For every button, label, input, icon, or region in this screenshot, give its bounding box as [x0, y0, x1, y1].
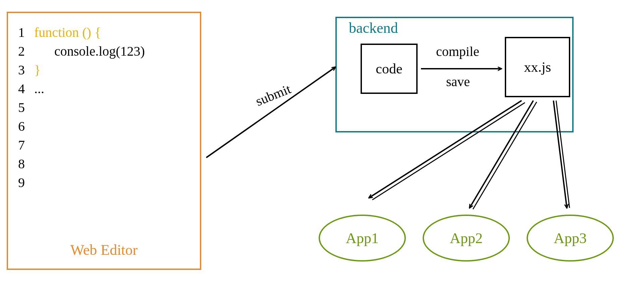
- line-number: 3: [18, 61, 34, 79]
- app-node-2: App2: [423, 215, 510, 262]
- app-label: App3: [554, 230, 587, 247]
- arrow-submit: [206, 67, 335, 158]
- backend-title: backend: [349, 19, 398, 37]
- line-number: 2: [18, 42, 34, 61]
- code-line-9: 9: [18, 173, 190, 192]
- output-node: xx.js: [505, 37, 570, 97]
- web-editor-panel: 1 function () { 2 console.log(123) 3 } 4…: [7, 12, 201, 270]
- code-line-8: 8: [18, 155, 190, 173]
- code-text: function () {: [34, 23, 101, 42]
- code-text: }: [34, 61, 41, 79]
- app-node-3: App3: [527, 215, 614, 262]
- code-line-2: 2 console.log(123): [18, 42, 190, 61]
- code-node-label: code: [376, 61, 402, 77]
- app-label: App1: [346, 230, 379, 247]
- code-node: code: [361, 44, 418, 94]
- line-number: 6: [18, 117, 34, 136]
- line-number: 8: [18, 155, 34, 173]
- app-node-1: App1: [319, 215, 406, 262]
- output-node-label: xx.js: [524, 59, 551, 75]
- compile-label: compile: [436, 44, 479, 59]
- line-number: 5: [18, 98, 34, 117]
- app-label: App2: [450, 230, 483, 247]
- code-area: 1 function () { 2 console.log(123) 3 } 4…: [8, 13, 200, 195]
- line-number: 1: [18, 23, 34, 42]
- code-line-7: 7: [18, 136, 190, 155]
- code-line-1: 1 function () {: [18, 23, 190, 42]
- save-label: save: [446, 74, 470, 90]
- line-number: 7: [18, 136, 34, 155]
- code-text: console.log(123): [34, 42, 145, 61]
- code-line-4: 4 ...: [18, 79, 190, 98]
- code-line-3: 3 }: [18, 61, 190, 79]
- code-line-5: 5: [18, 98, 190, 117]
- submit-label: submit: [253, 81, 293, 109]
- code-line-6: 6: [18, 117, 190, 136]
- line-number: 4: [18, 79, 34, 98]
- code-text: ...: [34, 79, 44, 98]
- editor-title: Web Editor: [8, 241, 200, 259]
- line-number: 9: [18, 173, 34, 192]
